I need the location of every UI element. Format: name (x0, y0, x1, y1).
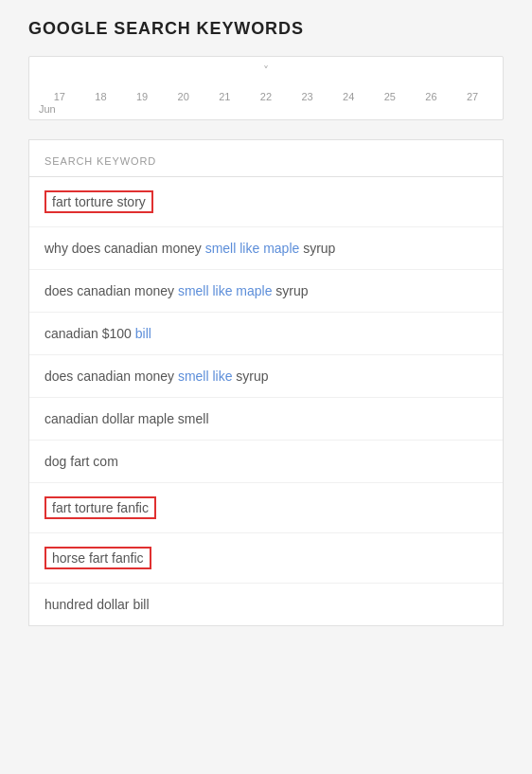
table-header: SEARCH KEYWORD (29, 140, 503, 177)
keyword-highlight: maple (263, 241, 299, 256)
keyword-text: canadian dollar maple smell (44, 411, 209, 426)
keyword-highlight: smell (178, 369, 209, 384)
chart-label-25: 25 (384, 91, 396, 102)
chart-label-18: 18 (95, 91, 106, 102)
chart-month-label: Jun (39, 103, 56, 115)
keyword-row: why does canadian money smell like maple… (29, 227, 503, 270)
keyword-boxed-horse-fart-fanfic: horse fart fanfic (44, 547, 151, 569)
keyword-row: does canadian money smell like syrup (29, 355, 503, 398)
keyword-row: dog fart com (29, 441, 503, 483)
keyword-text: hundred dollar bill (44, 597, 150, 612)
keyword-highlight: like (212, 369, 232, 384)
chart-label-23: 23 (301, 91, 312, 102)
chart-area: ˅ 17 18 19 20 21 22 23 24 25 26 27 Jun (28, 56, 504, 120)
chart-label-22: 22 (260, 91, 272, 102)
table-header-label: SEARCH KEYWORD (44, 155, 156, 167)
keyword-highlight: like (239, 241, 259, 256)
chart-label-20: 20 (178, 91, 189, 102)
keyword-text: canadian $100 bill (44, 326, 151, 341)
chart-label-26: 26 (425, 91, 436, 102)
keyword-row: fart torture fanfic (29, 483, 503, 533)
page-container: GOOGLE SEARCH KEYWORDS ˅ 17 18 19 20 21 … (0, 0, 532, 774)
chart-label-27: 27 (467, 91, 478, 102)
keyword-row: fart torture story (29, 177, 503, 227)
keyword-table: SEARCH KEYWORD fart torture story why do… (28, 139, 504, 626)
chart-chevron-icon: ˅ (263, 64, 269, 78)
keyword-row: horse fart fanfic (29, 533, 503, 584)
keyword-highlight: like (212, 283, 232, 298)
chart-label-21: 21 (219, 91, 230, 102)
keyword-highlight: maple (236, 283, 272, 298)
keyword-boxed-fart-torture-story: fart torture story (44, 190, 153, 213)
keyword-row: canadian $100 bill (29, 313, 503, 355)
keyword-highlight: smell (178, 283, 209, 298)
keyword-row: hundred dollar bill (29, 584, 503, 625)
keyword-highlight: bill (135, 326, 151, 341)
chart-label-24: 24 (343, 91, 354, 102)
keyword-text: dog fart com (44, 454, 118, 469)
chart-x-labels: 17 18 19 20 21 22 23 24 25 26 27 (39, 91, 493, 102)
keyword-row: canadian dollar maple smell (29, 398, 503, 441)
page-title: GOOGLE SEARCH KEYWORDS (28, 19, 504, 39)
chart-label-19: 19 (136, 91, 148, 102)
chart-label-17: 17 (54, 91, 65, 102)
keyword-text: does canadian money smell like syrup (44, 369, 269, 384)
keyword-boxed-fart-torture-fanfic: fart torture fanfic (44, 496, 156, 519)
keyword-highlight: smell (205, 241, 237, 256)
keyword-text: does canadian money smell like maple syr… (44, 283, 309, 298)
keyword-row: does canadian money smell like maple syr… (29, 270, 503, 313)
keyword-text: why does canadian money smell like maple… (44, 241, 335, 256)
